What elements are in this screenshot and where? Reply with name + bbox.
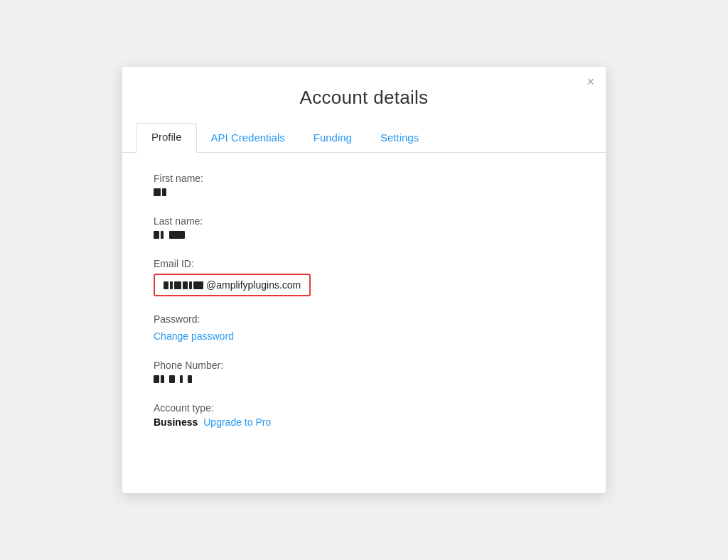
tab-funding[interactable]: Funding [299, 124, 366, 152]
redacted-block [170, 281, 173, 289]
first-name-label: First name: [154, 173, 574, 184]
account-type-value: Business [154, 416, 198, 428]
tab-api-credentials[interactable]: API Credentials [197, 124, 299, 152]
redacted-block [162, 188, 166, 196]
phone-value [154, 374, 574, 385]
redacted-block [169, 231, 185, 239]
redacted-block [161, 375, 164, 383]
first-name-value [154, 187, 574, 198]
redacted-block [189, 281, 192, 289]
redacted-block [169, 375, 175, 383]
profile-content: First name: Last name: Ema [122, 153, 606, 473]
email-label: Email ID: [154, 258, 574, 269]
password-label: Password: [154, 313, 574, 325]
redacted-block [154, 375, 159, 383]
redacted-block [188, 375, 192, 383]
tab-bar: Profile API Credentials Funding Settings [122, 123, 606, 153]
email-domain: @amplifyplugins.com [206, 279, 301, 291]
redacted-block [193, 281, 203, 289]
modal-title: Account details [122, 67, 606, 123]
tab-settings[interactable]: Settings [366, 124, 433, 152]
last-name-label: Last name: [154, 215, 574, 227]
redacted-block [154, 188, 161, 196]
tab-profile[interactable]: Profile [136, 123, 197, 153]
last-name-field: Last name: [154, 215, 574, 241]
redacted-block [154, 231, 159, 239]
email-box: @amplifyplugins.com [154, 274, 311, 296]
account-type-field: Account type: Business Upgrade to Pro [154, 402, 574, 428]
redacted-block [164, 281, 168, 289]
redacted-block [174, 281, 181, 289]
upgrade-to-pro-link[interactable]: Upgrade to Pro [203, 416, 271, 428]
redacted-block [180, 375, 183, 383]
phone-redacted [154, 375, 192, 383]
last-name-redacted [154, 231, 185, 239]
account-details-modal: × Account details Profile API Credential… [122, 67, 606, 493]
account-type-label: Account type: [154, 402, 574, 414]
account-type-row: Business Upgrade to Pro [154, 416, 574, 428]
password-field: Password: Change password [154, 313, 574, 343]
close-button[interactable]: × [587, 75, 594, 88]
phone-label: Phone Number: [154, 360, 574, 371]
phone-field: Phone Number: [154, 360, 574, 385]
first-name-field: First name: [154, 173, 574, 198]
redacted-block [161, 231, 164, 239]
email-field: Email ID: @amplifyplugins.com [154, 258, 574, 296]
email-redacted [164, 281, 203, 289]
first-name-redacted [154, 188, 166, 196]
change-password-link[interactable]: Change password [154, 330, 234, 342]
last-name-value [154, 230, 574, 241]
redacted-block [183, 281, 188, 289]
